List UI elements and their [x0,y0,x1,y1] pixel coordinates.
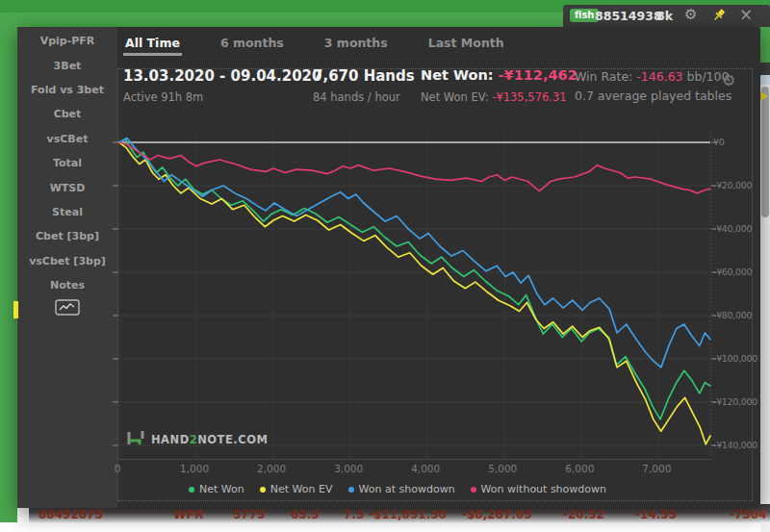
legend-label: Net Won [199,483,244,495]
gear-icon[interactable]: ⚙ [684,6,697,23]
x-tick-label: 7,000 [635,463,678,474]
sidebar-item-cbet[interactable]: Cbet [17,102,117,126]
chart-legend: Net WonNet Won EVWon at showdownWon with… [258,483,606,495]
y-tick-label: -¥60,000 [713,266,752,277]
legend-dot-icon [471,487,476,493]
legend-item-net-won[interactable]: Net Won [189,483,244,495]
time-range-tabs: All Time6 months3 monthsLast Month [123,33,506,56]
sidebar-item-vpip-pfr[interactable]: Vpip-PFR [17,29,117,53]
legend-dot-icon [348,487,354,493]
background-row-cell: WPR [173,508,203,521]
legend-label: Won without showdown [481,483,606,495]
sidebar-item-notes[interactable]: Notes [17,273,117,297]
y-tick-label: -¥20,000 [713,180,752,190]
tab-3-months[interactable]: 3 months [322,33,390,56]
scrollbar-thumb[interactable] [761,87,769,217]
hud-title-bar: fish 88514938 8k ⚙ × [563,5,770,27]
sidebar-item-graph[interactable] [17,297,117,321]
x-tick-label: 0 [96,463,139,474]
screen: 88492875WPR577565.37.5-$11,851.50-$8,287… [0,0,770,532]
series-net-won [119,139,710,419]
graph-icon [55,299,80,319]
x-tick-label: 5,000 [481,463,524,474]
y-tick-label: -¥80,000 [713,310,752,320]
sidebar-item-steal[interactable]: Steal [17,200,117,224]
sidebar-item-vscbet[interactable]: vsCBet [17,127,117,151]
background-row-cell: 88492875 [38,508,103,521]
y-tick-label: ¥0 [713,137,725,147]
sidebar: Vpip-PFR3BetFold vs 3betCbetvsCBetTotalW… [17,27,117,508]
series-won-at-showdown [119,139,710,367]
x-tick-label: 3,000 [327,463,370,474]
x-tick-label: 2,000 [250,463,293,474]
sidebar-item-3bet[interactable]: 3Bet [17,53,117,77]
background-row-cell: -14.55 [635,508,677,521]
background-row-cell: -$8,287.65 [462,508,532,521]
close-icon[interactable]: × [739,5,753,24]
background-window-header-sliver [760,75,770,85]
player-stack: 8k [656,9,673,23]
sidebar-item-total[interactable]: Total [17,151,117,175]
pin-icon[interactable] [712,8,727,26]
legend-label: Won at showdown [359,483,455,495]
background-row-cell: -7504 [730,508,766,521]
series-net-won-ev [119,142,710,444]
x-tick-label: 6,000 [558,463,601,474]
y-tick-label: -¥140,000 [713,440,757,450]
background-row-cell: 7.5 [344,508,364,521]
y-tick-label: -¥40,000 [713,223,752,234]
legend-dot-icon [189,487,194,493]
legend-item-won-without-showdown[interactable]: Won without showdown [471,483,606,495]
x-tick-label: 4,000 [404,463,447,474]
tab-last-month[interactable]: Last Month [426,33,506,56]
legend-item-net-won-ev[interactable]: Net Won EV [260,483,333,495]
stats-popup-panel: Vpip-PFR3BetFold vs 3betCbetvsCBetTotalW… [17,27,760,508]
background-row-cell: -20.52 [563,508,604,521]
watermark-text: HAND2NOTE.COM [151,433,268,446]
poker-window-left-strip [0,13,17,522]
sidebar-item-cbet-3bp[interactable]: Cbet [3bp] [17,224,117,248]
sidebar-item-vscbet-3bp[interactable]: vsCbet [3bp] [17,249,117,273]
background-row-cell: 65.3 [291,508,320,521]
background-pin-tip-icon [760,91,768,101]
background-window-toolbar-sliver [760,63,770,75]
hand2note-watermark: HAND2NOTE.COM [126,428,268,451]
sidebar-yellow-marker [13,301,18,318]
tab-all-time[interactable]: All Time [123,33,182,56]
hand2note-logo-icon [126,428,145,451]
sidebar-item-fold-vs-3bet[interactable]: Fold vs 3bet [17,78,117,102]
x-tick-label: 1,000 [173,463,216,474]
player-id: 88514938 [595,9,662,23]
winnings-chart[interactable] [112,132,716,460]
legend-item-won-at-showdown[interactable]: Won at showdown [348,483,455,495]
y-tick-label: -¥120,000 [713,396,757,407]
legend-dot-icon [260,487,266,493]
y-tick-label: -¥100,000 [713,353,757,364]
background-row-cell: 5775 [233,508,265,521]
background-row-cell: -$11,851.50 [369,508,447,521]
tab-6-months[interactable]: 6 months [218,33,286,56]
sidebar-item-wtsd[interactable]: WTSD [17,175,117,199]
legend-label: Net Won EV [270,483,333,495]
